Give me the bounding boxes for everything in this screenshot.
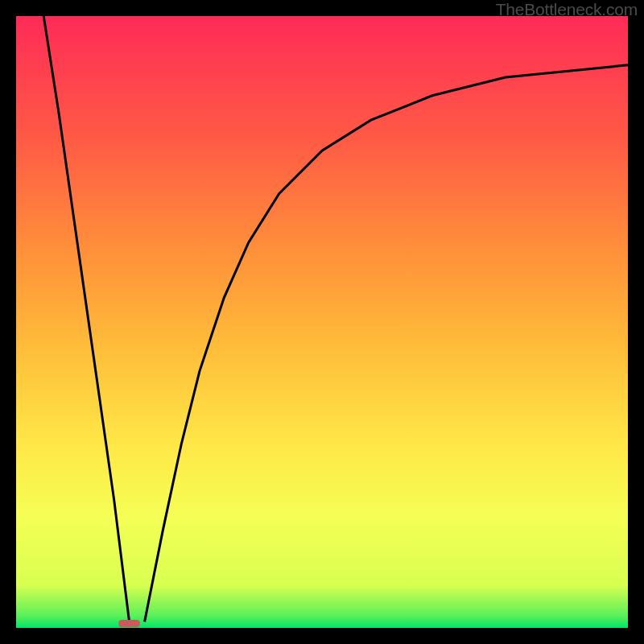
- chart-svg: [0, 0, 644, 644]
- chart-frame: TheBottleneck.com: [0, 0, 644, 644]
- minimum-marker: [118, 620, 140, 627]
- curve-left-branch: [43, 16, 129, 621]
- curve-right-branch: [145, 65, 628, 622]
- watermark-text: TheBottleneck.com: [496, 0, 638, 19]
